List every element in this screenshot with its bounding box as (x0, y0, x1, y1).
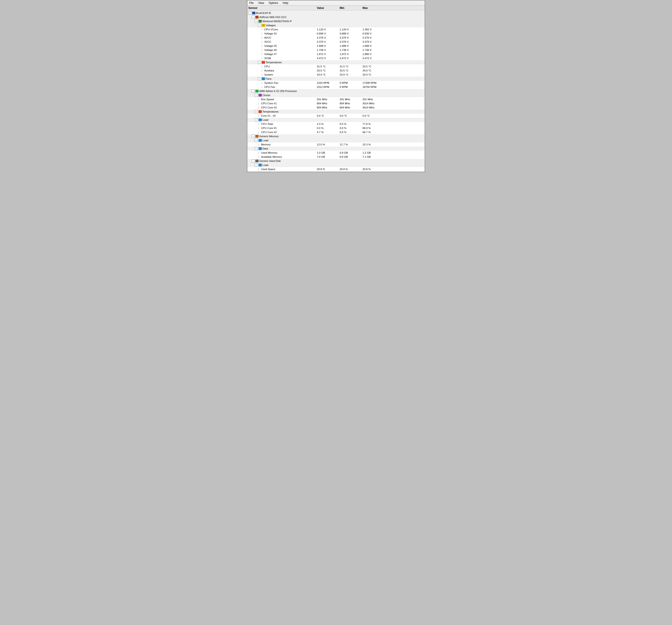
max-cell: 3.376 V (362, 36, 390, 39)
menu-view[interactable]: View (257, 1, 265, 5)
tree-row[interactable]: -Temperatures (247, 60, 425, 65)
col-min: Min (340, 6, 362, 9)
max-cell: 1.688 V (362, 45, 390, 47)
tree-row: ├Bus Speed201 MHz201 MHz201 MHz (247, 97, 425, 101)
expand-icon[interactable]: - (255, 118, 258, 121)
tree-row[interactable]: -Winbond W83627DHG-P (247, 19, 425, 23)
tree-row[interactable]: -Generic Hard Disk (247, 159, 425, 163)
sensor-label: Load (262, 164, 268, 167)
tree-body: -BLACKXP-B-ASRock N68-VS3 UCC-Winbond W8… (247, 10, 425, 172)
max-cell: 66.7 % (362, 131, 390, 133)
tree-row: ├Voltage #71.872 V1.872 V1.880 V (247, 52, 425, 56)
max-cell: 3.376 V (362, 41, 390, 43)
min-cell: 1.872 V (340, 53, 362, 55)
sensor-label: CPU Core #2 (261, 106, 277, 109)
sensor-label: Voltages (266, 24, 276, 27)
sensor-label: Core #1 - #2 (261, 115, 276, 117)
expand-icon[interactable]: - (248, 11, 251, 15)
min-cell: 3.472 V (340, 57, 362, 59)
min-cell: 33.0 °C (340, 73, 362, 76)
menu-bar: File View Options Help (247, 0, 425, 6)
value-cell: 1.120 V (317, 28, 340, 31)
sensor-label: Temperatures (266, 61, 282, 64)
col-sensor: Sensor (248, 6, 317, 9)
tree-row[interactable]: -BLACKXP-B (247, 11, 425, 15)
tree-row[interactable]: -Clocks (247, 93, 425, 97)
min-cell: 6.8 GB (340, 155, 362, 158)
value-cell: 31.5 °C (317, 65, 340, 68)
tree-row: ├CPU Core #10.0 %0.0 %88.9 % (247, 126, 425, 130)
sensor-label: CPU Core #1 (261, 127, 277, 129)
tree-row[interactable]: -Generic Memory (247, 134, 425, 138)
sensor-label: Winbond W83627DHG-P (262, 20, 292, 23)
max-cell: 33.5 °C (362, 65, 390, 68)
expand-icon[interactable]: - (255, 147, 258, 150)
menu-help[interactable]: Help (282, 1, 289, 5)
value-cell: 0.0 % (317, 127, 340, 129)
min-cell: 0.9 GB (340, 151, 362, 154)
sensor-label: Clocks (262, 94, 270, 97)
sensor-label: Voltage #2 (264, 32, 277, 35)
tree-row[interactable]: -Voltages (247, 23, 425, 27)
tree-row[interactable]: -Temperatures (247, 109, 425, 114)
expand-icon[interactable]: - (258, 61, 261, 64)
sensor-label: AMD Athlon II X2 250 Processor (259, 90, 297, 93)
content-area: Sensor Value Min Max -BLACKXP-B-ASRock N… (247, 6, 425, 172)
tree-row: ├Used Memory1.0 GB0.9 GB1.2 GB (247, 151, 425, 155)
value-cell: 1.0 GB (317, 151, 340, 154)
max-cell: 3014 MHz (362, 106, 390, 109)
value-cell: 804 MHz (317, 102, 340, 105)
expand-icon[interactable]: - (255, 20, 258, 23)
expand-icon[interactable]: - (251, 16, 255, 19)
value-cell: 3.376 V (317, 36, 340, 39)
min-cell: 33.5 °C (340, 69, 362, 72)
value-cell: 1.688 V (317, 45, 340, 47)
sensor-label: BLACKXP-B (256, 11, 271, 15)
tree-row[interactable]: -Data (247, 147, 425, 151)
tree-row: ├CPU31.5 °C31.5 °C33.5 °C (247, 65, 425, 69)
col-value: Value (317, 6, 340, 9)
expand-icon[interactable]: - (251, 159, 255, 162)
sensor-label: Auxiliary (264, 69, 274, 72)
tree-row[interactable]: -Load (247, 118, 425, 122)
tree-row[interactable]: -ASRock N68-VS3 UCC (247, 15, 425, 19)
tree-row: ├Core #1 - #20.0 °C0.0 °C0.0 °C (247, 114, 425, 118)
max-cell: 88.9 % (362, 127, 390, 129)
tree-row: ├CPU Core #1804 MHz804 MHz3014 MHz (247, 101, 425, 105)
expand-icon[interactable]: - (258, 77, 261, 80)
menu-file[interactable]: File (248, 1, 255, 5)
value-cell: 4.7 % (317, 131, 340, 133)
max-cell: 1.736 V (362, 49, 390, 51)
min-cell: 1.688 V (340, 45, 362, 47)
tree-row: ├Voltage #20.896 V0.888 V0.936 V (247, 31, 425, 35)
expand-icon[interactable]: - (251, 90, 255, 93)
expand-icon[interactable]: - (255, 139, 258, 142)
expand-icon[interactable]: - (255, 110, 258, 113)
expand-icon[interactable]: - (255, 164, 258, 167)
min-cell: 11.7 % (340, 143, 362, 146)
value-cell: 33.0 °C (317, 73, 340, 76)
sensor-label: Temperatures (262, 110, 279, 113)
menu-options[interactable]: Options (268, 1, 279, 5)
tree-row: ├CPU VCore1.120 V1.120 V1.392 V (247, 27, 425, 31)
tree-row[interactable]: -Load (247, 163, 425, 167)
sensor-label: Fans (266, 77, 271, 80)
value-cell: 1.872 V (317, 53, 340, 55)
expand-icon[interactable]: - (255, 94, 258, 97)
sensor-label: CPU (264, 65, 270, 68)
max-cell: 1.392 V (362, 28, 390, 31)
sensor-label: System (264, 73, 273, 76)
sensor-label: Generic Memory (259, 135, 279, 138)
value-cell: 201 MHz (317, 98, 340, 101)
value-cell: 3.472 V (317, 57, 340, 59)
value-cell: 0.0 °C (317, 115, 340, 117)
tree-row[interactable]: -Fans (247, 77, 425, 81)
tree-row[interactable]: -AMD Athlon II X2 250 Processor (247, 89, 425, 93)
tree-row[interactable]: -Load (247, 138, 425, 143)
min-cell: 0 RPM (340, 85, 362, 88)
tree-row: ├Memory12.0 %11.7 %15.3 % (247, 143, 425, 147)
expand-icon[interactable]: - (258, 24, 261, 27)
min-cell: 804 MHz (340, 102, 362, 105)
expand-icon[interactable]: - (251, 135, 255, 138)
value-cell: 7.0 GB (317, 155, 340, 158)
